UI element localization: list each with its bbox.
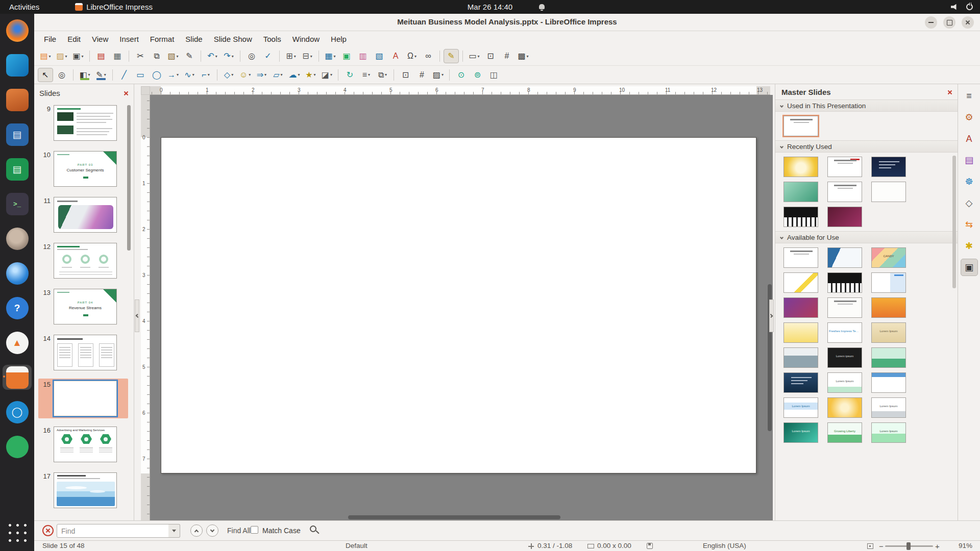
slide-9-thumbnail[interactable]: [54, 105, 117, 141]
show-draw-functions-icon[interactable]: ✎: [444, 49, 459, 63]
master-orange-sunset[interactable]: [871, 297, 906, 318]
star-shapes-icon[interactable]: ★▾: [303, 68, 318, 82]
insert-chart-icon[interactable]: ▧: [372, 49, 387, 63]
callout-shapes-dropdown[interactable]: ▾: [298, 72, 300, 77]
dock-help[interactable]: ?: [3, 295, 32, 320]
find-input[interactable]: [57, 524, 169, 538]
connectors-icon[interactable]: ⌐▾: [198, 68, 213, 82]
fill-color-dropdown[interactable]: ▾: [88, 72, 90, 77]
edit-points-icon[interactable]: ⊙: [453, 68, 469, 82]
dock-vscode[interactable]: [3, 53, 32, 78]
paste-dropdown[interactable]: ▾: [177, 54, 179, 59]
slide-row-16[interactable]: 16Advertising and Marketing Services: [38, 424, 128, 464]
save-dropdown[interactable]: ▾: [82, 54, 84, 59]
dock-show-applications[interactable]: [3, 520, 32, 545]
arrange-dropdown[interactable]: ▾: [385, 72, 387, 77]
slide-row-11[interactable]: 11: [38, 195, 128, 235]
match-case-checkbox[interactable]: [251, 526, 258, 534]
master-vintage-tan[interactable]: Lorem Ipsum: [871, 322, 906, 343]
dock-gimp[interactable]: [3, 226, 32, 251]
sidebar-tab-slide-transition[interactable]: ⇆: [961, 216, 978, 233]
find-next-button[interactable]: [206, 524, 218, 537]
master-yellow-pencil[interactable]: [783, 272, 818, 293]
new-presentation-dropdown[interactable]: ▾: [49, 54, 51, 59]
master-soft-yellow[interactable]: [783, 322, 818, 343]
lines-and-arrows-dropdown[interactable]: ▾: [177, 72, 179, 77]
slide-row-12[interactable]: 12: [38, 241, 128, 281]
select-icon[interactable]: ↖: [38, 68, 53, 82]
dock-green-app[interactable]: [3, 434, 32, 459]
layout-name[interactable]: Default: [346, 542, 368, 549]
slide-canvas[interactable]: [150, 95, 773, 520]
sidebar-tab-animation[interactable]: ✱: [961, 237, 978, 255]
vertical-ruler[interactable]: 01234567: [141, 95, 150, 520]
master-black-elegant[interactable]: Lorem ipsum: [827, 347, 862, 368]
display-grid-icon[interactable]: ⊞▾: [283, 49, 299, 63]
find-dropdown-button[interactable]: [168, 524, 180, 538]
master-grey-keys[interactable]: [783, 347, 818, 368]
master-piano[interactable]: [783, 207, 818, 227]
sidebar-tab-navigator[interactable]: ☸: [961, 173, 978, 190]
shadow-icon[interactable]: ⊡: [483, 49, 498, 63]
hide-master-panel-handle[interactable]: [769, 299, 774, 332]
display-grid-dropdown[interactable]: ▾: [294, 54, 296, 59]
sidebar-tab-master-slides[interactable]: ▣: [961, 259, 978, 276]
slide-row-13[interactable]: 13PART 04Revenue Streams: [38, 287, 128, 327]
fit-slide-icon[interactable]: [867, 543, 873, 549]
image-filter-icon[interactable]: ▩▾: [516, 49, 531, 63]
insert-text-box-icon[interactable]: A: [388, 49, 403, 63]
dock-libreoffice-writer[interactable]: ▤: [3, 122, 32, 147]
menu-edit[interactable]: Edit: [62, 32, 86, 46]
slide-16-thumbnail[interactable]: Advertising and Marketing Services: [54, 427, 117, 462]
insert-table-icon[interactable]: ▦▾: [323, 49, 338, 63]
dock-terminal[interactable]: >_: [3, 191, 32, 216]
master-panel-close-icon[interactable]: [947, 88, 952, 96]
master-white-red-accent[interactable]: [827, 157, 862, 177]
master-freshes[interactable]: Freshes Impress Template: [827, 322, 862, 343]
open-file-icon[interactable]: ▨▾: [54, 49, 69, 63]
zoom-in-button[interactable]: +: [935, 542, 940, 550]
sidebar-tab-styles[interactable]: A: [961, 130, 978, 147]
slide-row-14[interactable]: 14: [38, 333, 128, 372]
master-blue-band[interactable]: [871, 372, 906, 393]
master-blue-slant[interactable]: [827, 247, 862, 268]
crop-image-icon[interactable]: #: [499, 49, 514, 63]
slide-11-thumbnail[interactable]: [54, 197, 117, 233]
slide-15-thumbnail[interactable]: [54, 381, 117, 416]
basic-shapes-dropdown[interactable]: ▾: [231, 72, 233, 77]
clock[interactable]: Mar 26 14:40: [468, 3, 512, 11]
menu-file[interactable]: File: [38, 32, 62, 46]
master-grey-portfolio[interactable]: Lorem Ipsum: [871, 397, 906, 418]
redo-dropdown[interactable]: ▾: [232, 54, 234, 59]
master-growing-liberty[interactable]: Growing Liberty: [827, 422, 862, 443]
menu-slide-show[interactable]: Slide Show: [208, 32, 258, 46]
document-modified-icon[interactable]: [647, 543, 653, 549]
slide-row-9[interactable]: 9: [38, 103, 128, 143]
slide-editing-area[interactable]: [161, 137, 756, 473]
rectangle-icon[interactable]: ▭: [133, 68, 148, 82]
save-icon[interactable]: ▣▾: [70, 49, 86, 63]
master-white-plain[interactable]: [827, 182, 862, 202]
rotate-icon[interactable]: ↻: [342, 68, 357, 82]
snap-guides-dropdown[interactable]: ▾: [310, 54, 312, 59]
minimize-button[interactable]: [925, 16, 937, 29]
transformations-dropdown[interactable]: ▾: [478, 54, 480, 59]
spelling-icon[interactable]: ✓: [260, 49, 276, 63]
menu-tools[interactable]: Tools: [258, 32, 287, 46]
master-section-header-2[interactable]: Available for Use: [775, 231, 958, 243]
flowchart-shapes-icon[interactable]: ▱▾: [270, 68, 285, 82]
special-character-icon[interactable]: Ω▾: [404, 49, 420, 63]
basic-shapes-icon[interactable]: ◇▾: [221, 68, 236, 82]
paste-icon[interactable]: ▧▾: [165, 49, 181, 63]
master-night-sky[interactable]: [783, 372, 818, 393]
master-teal-wave[interactable]: Lorem Ipsum: [783, 422, 818, 443]
slides-panel-scrollbar[interactable]: [127, 105, 131, 251]
align-objects-dropdown[interactable]: ▾: [368, 72, 370, 77]
master-section-header-0[interactable]: Used in This Presentation: [775, 99, 958, 112]
hide-slides-panel-handle[interactable]: [135, 299, 139, 332]
insert-line-icon[interactable]: ╱: [116, 68, 132, 82]
master-white-title[interactable]: [783, 247, 818, 268]
open-file-dropdown[interactable]: ▾: [65, 54, 67, 59]
callout-shapes-icon[interactable]: ☁▾: [286, 68, 302, 82]
slide-position-indicator[interactable]: Slide 15 of 48: [42, 542, 85, 549]
